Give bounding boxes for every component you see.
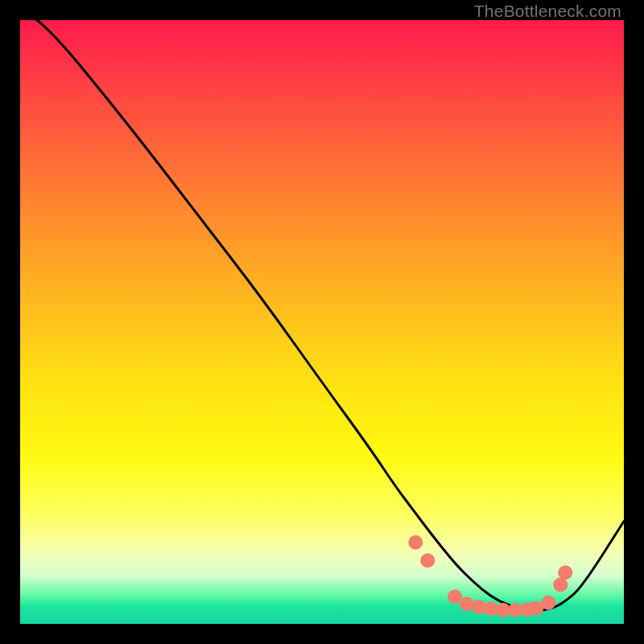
curve-layer	[20, 20, 624, 624]
chart-frame: TheBottleneck.com	[0, 0, 644, 644]
data-marker	[420, 553, 435, 568]
data-marker	[558, 565, 572, 580]
curve-markers	[408, 535, 572, 617]
data-marker	[460, 597, 474, 611]
watermark-text: TheBottleneck.com	[474, 2, 621, 21]
data-marker	[541, 596, 555, 610]
plot-area	[20, 20, 624, 624]
data-marker	[408, 535, 423, 550]
bottleneck-curve	[20, 8, 624, 610]
data-marker	[448, 589, 462, 604]
